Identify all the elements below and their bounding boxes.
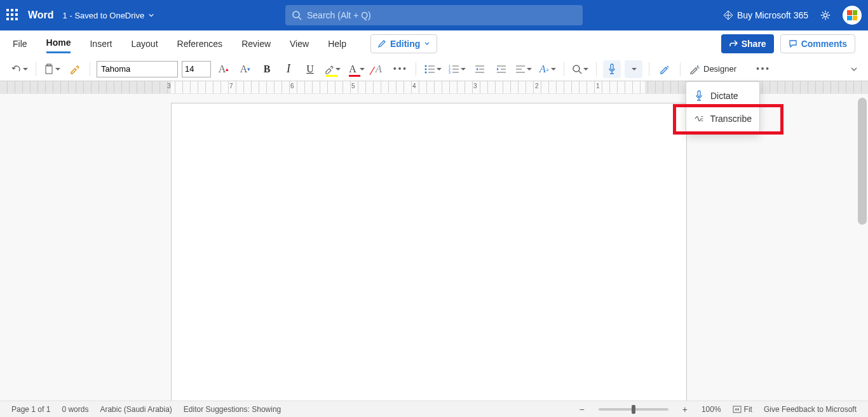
- tab-layout[interactable]: Layout: [131, 35, 158, 53]
- paintbrush-icon: [69, 63, 80, 75]
- fit-icon: [733, 406, 742, 413]
- increase-indent-button[interactable]: [492, 60, 510, 78]
- styles-button[interactable]: Aₐ: [537, 60, 557, 78]
- ribbon-toolbar: A▴ A▾ B I U A A⁄ ••• 123 Aₐ: [0, 57, 868, 81]
- decrease-font-size-button[interactable]: A▾: [236, 60, 254, 78]
- status-bar: Page 1 of 1 0 words Arabic (Saudi Arabia…: [0, 400, 868, 417]
- dictate-dropdown-menu: Dictate Transcribe: [686, 81, 760, 133]
- font-name-select[interactable]: [97, 61, 178, 77]
- numbering-button[interactable]: 123: [447, 60, 467, 78]
- mic-icon: [694, 90, 704, 102]
- document-title: 1 - Saved to OneDrive: [63, 11, 145, 20]
- microsoft-logo-icon: [847, 10, 857, 20]
- ruler-number: 1: [596, 83, 600, 89]
- zoom-percent[interactable]: 100%: [702, 405, 721, 414]
- tab-view[interactable]: View: [290, 35, 309, 53]
- editor-button[interactable]: [656, 60, 674, 78]
- tab-insert[interactable]: Insert: [90, 35, 112, 53]
- tab-review[interactable]: Review: [241, 35, 271, 53]
- bullets-icon: [424, 64, 435, 74]
- zoom-out-button[interactable]: −: [577, 404, 587, 414]
- ellipsis-icon: •••: [757, 63, 769, 75]
- transcribe-menu-item[interactable]: Transcribe: [686, 107, 759, 130]
- dictate-menu-item[interactable]: Dictate: [686, 84, 759, 107]
- numbering-icon: 123: [448, 64, 459, 74]
- tab-help[interactable]: Help: [328, 35, 346, 53]
- font-color-icon: A: [347, 63, 358, 75]
- zoom-slider[interactable]: [599, 408, 668, 411]
- align-button[interactable]: [514, 60, 533, 78]
- comments-button[interactable]: Comments: [780, 34, 855, 53]
- svg-point-6: [425, 68, 427, 70]
- account-avatar[interactable]: [843, 6, 862, 25]
- find-button[interactable]: [571, 60, 590, 78]
- paste-button[interactable]: [43, 60, 62, 78]
- ruler-number: 3: [167, 83, 171, 89]
- ruler-number: 5: [351, 83, 355, 89]
- tab-home[interactable]: Home: [46, 34, 71, 53]
- more-font-options-button[interactable]: •••: [391, 60, 409, 78]
- share-icon: [729, 39, 738, 48]
- decrease-font-icon: A▾: [240, 63, 251, 75]
- ruler-number: 2: [535, 83, 539, 89]
- title-bar: Word 1 - Saved to OneDrive Search (Alt +…: [0, 0, 868, 30]
- comment-icon: [789, 39, 797, 48]
- svg-line-27: [579, 71, 581, 74]
- svg-point-2: [824, 13, 827, 17]
- highlight-button[interactable]: [323, 60, 342, 78]
- collapse-ribbon-button[interactable]: [850, 65, 859, 73]
- tab-file[interactable]: File: [13, 35, 27, 53]
- decrease-indent-button[interactable]: [471, 60, 489, 78]
- clear-formatting-button[interactable]: A⁄: [370, 60, 388, 78]
- ruler-number: 6: [290, 83, 294, 89]
- font-color-button[interactable]: A: [346, 60, 366, 78]
- highlight-icon: [324, 64, 334, 74]
- zoom-in-button[interactable]: +: [680, 404, 690, 414]
- buy-microsoft-365-button[interactable]: Buy Microsoft 365: [723, 10, 808, 20]
- status-language[interactable]: Arabic (Saudi Arabia): [100, 405, 172, 414]
- font-size-select[interactable]: [182, 61, 211, 77]
- ellipsis-icon: •••: [395, 63, 406, 75]
- feedback-link[interactable]: Give Feedback to Microsoft: [764, 405, 857, 414]
- tab-references[interactable]: References: [177, 35, 223, 53]
- transcribe-icon: [694, 114, 703, 124]
- dictate-button[interactable]: [603, 60, 621, 78]
- format-painter-button[interactable]: [65, 60, 83, 78]
- document-page[interactable]: [171, 103, 687, 400]
- zoom-slider-thumb[interactable]: [632, 405, 635, 414]
- editing-mode-button[interactable]: Editing: [370, 34, 437, 53]
- status-page[interactable]: Page 1 of 1: [11, 405, 50, 414]
- underline-button[interactable]: U: [301, 60, 319, 78]
- svg-rect-28: [611, 64, 613, 70]
- bold-button[interactable]: B: [258, 60, 276, 78]
- italic-button[interactable]: I: [280, 60, 297, 78]
- svg-rect-3: [46, 65, 52, 74]
- styles-icon: Aₐ: [538, 63, 550, 75]
- fit-to-width-button[interactable]: Fit: [733, 405, 752, 414]
- ribbon-tabs: File Home Insert Layout References Revie…: [0, 30, 868, 57]
- increase-font-size-button[interactable]: A▴: [215, 60, 233, 78]
- document-title-dropdown[interactable]: 1 - Saved to OneDrive: [63, 11, 155, 20]
- designer-button[interactable]: Designer: [687, 64, 739, 74]
- chevron-down-icon: [424, 41, 430, 47]
- svg-point-7: [425, 71, 427, 73]
- vertical-scrollbar-thumb[interactable]: [858, 98, 867, 225]
- app-launcher-icon[interactable]: [6, 9, 19, 22]
- more-commands-button[interactable]: •••: [754, 60, 772, 78]
- vertical-scrollbar-track[interactable]: [857, 94, 868, 400]
- status-word-count[interactable]: 0 words: [62, 405, 88, 414]
- clipboard-icon: [44, 63, 54, 75]
- bullets-button[interactable]: [423, 60, 443, 78]
- underline-icon: U: [304, 63, 316, 75]
- indent-icon: [496, 64, 507, 74]
- diamond-icon: [723, 10, 733, 20]
- app-name: Word: [28, 10, 54, 21]
- mic-icon: [607, 63, 616, 75]
- dictate-dropdown-button[interactable]: [625, 60, 642, 78]
- search-input[interactable]: Search (Alt + Q): [285, 5, 583, 25]
- undo-button[interactable]: [9, 60, 29, 78]
- svg-point-29: [697, 65, 698, 67]
- share-button[interactable]: Share: [721, 34, 774, 53]
- settings-icon[interactable]: [820, 10, 831, 21]
- status-editor-suggestions[interactable]: Editor Suggestions: Showing: [184, 405, 281, 414]
